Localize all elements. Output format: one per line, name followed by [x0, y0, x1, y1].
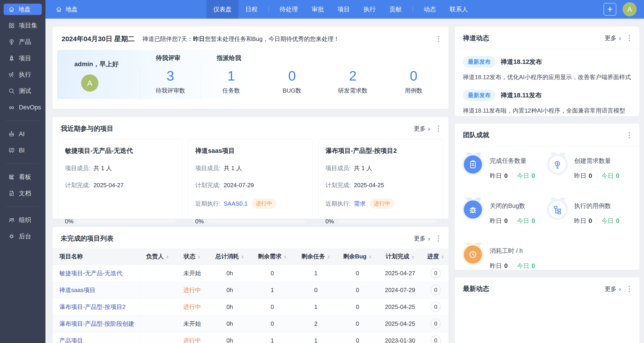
progress-ring: 0 [430, 302, 441, 312]
more-link[interactable]: 更多› [605, 34, 621, 42]
project-link[interactable]: 敏捷项目-无产品-无迭代 [59, 269, 122, 277]
tab-dashboard[interactable]: 仪表盘 [206, 0, 238, 19]
user-avatar[interactable]: A [623, 2, 637, 16]
news-item[interactable]: 最新发布 禅道18.11发布 禅道18.11发布啦，内置12种AI小程序，全面兼… [455, 83, 640, 116]
consumed-cell: 0h [209, 298, 250, 315]
section-title: 最新动态 [463, 284, 605, 293]
project-link[interactable]: 禅道saas项目 [59, 286, 96, 294]
sidebar-item-kanban[interactable]: 看板 [0, 169, 46, 185]
kebab-menu-icon[interactable] [627, 33, 632, 43]
sidebar-item-execution[interactable]: 执行 [0, 66, 46, 83]
news-title[interactable]: 禅道18.12发布 [500, 58, 542, 66]
sort-icon[interactable]: ▲▼ [441, 255, 444, 259]
sidebar-item-ai[interactable]: AI [0, 126, 46, 142]
execution-link[interactable]: 需求 [354, 200, 366, 208]
tab-dynamic[interactable]: 动态 [417, 0, 443, 19]
zentao-news-card: 禅道动态 更多› 最新发布 禅道18.12发布 禅道18.12发布，优化AI小程… [454, 26, 640, 116]
tab-execution[interactable]: 执行 [357, 0, 383, 19]
column-header[interactable]: 计划完成▲▼ [377, 248, 423, 265]
tab-contacts[interactable]: 联系人 [443, 0, 475, 19]
project-link[interactable]: 产品项目 [59, 337, 83, 343]
column-header[interactable]: 状态▲▼ [175, 248, 209, 265]
project-card[interactable]: 禅道saas项目 项目成员:共 1 人 计划完成:2024-07-29 近期执行… [188, 139, 313, 231]
achievement-created-stories: 创建需求数量 昨日0 今日0 [548, 155, 633, 180]
tab-todo[interactable]: 待处理 [273, 0, 305, 19]
column-header[interactable]: 进度▲▼ [423, 248, 448, 265]
sort-icon[interactable]: ▲▼ [198, 255, 201, 259]
stat-value[interactable]: 0 [262, 65, 322, 87]
tab-project[interactable]: 项目 [331, 0, 357, 19]
sort-icon[interactable]: ▲▼ [241, 255, 244, 259]
field-label: 计划完成: [195, 181, 220, 189]
stat-label: 任务数 [201, 87, 262, 95]
tab-contribution[interactable]: 贡献 [383, 0, 408, 19]
kebab-menu-icon[interactable] [436, 34, 441, 44]
sidebar-item-test[interactable]: 测试 [0, 83, 46, 99]
news-item[interactable]: 最新发布 禅道18.12发布 禅道18.12发布，优化AI小程序的应用显示，改善… [455, 49, 640, 83]
column-header[interactable]: 负责人▲▼ [140, 248, 175, 265]
sidebar-item-product[interactable]: 产品 [0, 34, 46, 50]
status-badge: 进行中 [370, 198, 394, 209]
kebab-menu-icon[interactable] [627, 284, 632, 294]
more-link[interactable]: 更多› [414, 234, 430, 242]
kebab-menu-icon[interactable] [436, 234, 441, 243]
sidebar-item-devops[interactable]: ∞ DevOps [0, 99, 46, 116]
project-name[interactable]: 禅道saas项目 [195, 146, 306, 155]
column-header[interactable]: 总计消耗▲▼ [209, 248, 250, 265]
greeting-message-bold: 昨日 [193, 36, 205, 42]
project-card[interactable]: 瀑布项目-产品型-按项目2 项目成员:共 1 人 计划完成:2025-04-25… [318, 139, 443, 231]
sort-icon[interactable]: ▲▼ [411, 255, 414, 259]
project-card-row: 敏捷项目-无产品-无迭代 项目成员:共 1 人 计划完成:2025-04-27 … [52, 139, 448, 234]
column-header[interactable]: 剩余任务▲▼ [294, 248, 338, 265]
project-card[interactable]: 敏捷项目-无产品-无迭代 项目成员:共 1 人 计划完成:2025-04-27 … [58, 139, 183, 231]
more-link[interactable]: 更多› [605, 285, 621, 293]
progress-cell: 0 [423, 265, 448, 282]
sort-icon[interactable]: ▲▼ [327, 255, 330, 259]
sidebar-item-document[interactable]: 文档 [0, 185, 46, 202]
column-header[interactable]: 剩余Bug▲▼ [338, 248, 377, 265]
sidebar-divider [6, 121, 40, 121]
execution-link[interactable]: SAAS0.1 [224, 200, 248, 207]
right-column: 禅道动态 更多› 最新发布 禅道18.12发布 禅道18.12发布，优化AI小程… [454, 26, 640, 343]
sidebar-item-label: 地盘 [18, 5, 31, 14]
stat-value[interactable]: 0 [383, 65, 444, 87]
status-cell: 进行中 [175, 282, 209, 298]
sidebar-item-admin[interactable]: 后台 [0, 228, 46, 244]
stat-value[interactable]: 2 [322, 65, 383, 87]
stat-value[interactable]: 3 [140, 65, 201, 87]
project-name[interactable]: 敏捷项目-无产品-无迭代 [65, 146, 176, 155]
column-header[interactable]: 剩余需求▲▼ [250, 248, 294, 265]
left-task-cell: 0 [294, 282, 338, 298]
project-link[interactable]: 瀑布项目-产品型-按项目2 [59, 303, 126, 311]
sidebar-item-bi[interactable]: BI [0, 142, 46, 159]
test-icon [8, 88, 15, 94]
breadcrumb[interactable]: 地盘 [56, 5, 78, 14]
sort-icon[interactable]: ▲▼ [368, 255, 372, 259]
sidebar-item-project-set[interactable]: 项目集 [0, 17, 46, 34]
sidebar: 地盘 项目集 产品 项目 执行 测试 ∞ DevOps AI [0, 0, 46, 343]
task-icon [464, 155, 482, 174]
owner-cell [140, 265, 175, 282]
organization-icon [8, 217, 15, 223]
status-badge: 进行中 [252, 198, 276, 209]
sidebar-item-dashboard[interactable]: 地盘 [4, 4, 42, 15]
kebab-menu-icon[interactable] [627, 130, 632, 140]
stat-value[interactable]: 1 [201, 65, 262, 87]
tab-calendar[interactable]: 日程 [238, 0, 264, 19]
project-link[interactable]: 瀑布项目-产品型-按阶段创建 [59, 320, 134, 328]
kebab-menu-icon[interactable] [436, 124, 441, 134]
section-header: 未完成的项目列表 更多› [52, 227, 448, 248]
project-name[interactable]: 瀑布项目-产品型-按项目2 [326, 146, 436, 155]
news-title[interactable]: 禅道18.11发布 [500, 91, 542, 100]
devops-icon: ∞ [8, 104, 15, 111]
sort-icon[interactable]: ▲▼ [284, 255, 287, 259]
tab-approval[interactable]: 审批 [305, 0, 331, 19]
create-button[interactable]: + [604, 3, 616, 16]
sidebar-item-organization[interactable]: 组织 [0, 212, 46, 228]
user-avatar[interactable]: A [81, 74, 98, 92]
sidebar-item-project[interactable]: 项目 [0, 50, 46, 66]
progress-row: 0% [65, 218, 176, 225]
app-window: 地盘 项目集 产品 项目 执行 测试 ∞ DevOps AI [0, 0, 644, 343]
more-link[interactable]: 更多› [414, 125, 430, 133]
sort-icon[interactable]: ▲▼ [166, 255, 169, 259]
